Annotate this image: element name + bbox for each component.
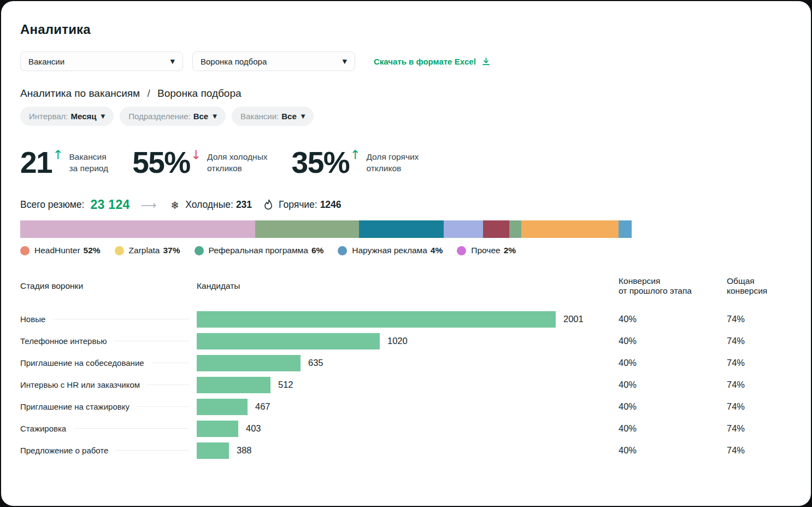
analytics-card: Аналитика Вакансии ▼ Воронка подбора ▼ С… xyxy=(1,1,811,506)
source-segment xyxy=(20,220,255,238)
dataset-select[interactable]: Вакансии ▼ xyxy=(20,51,183,71)
conversion-value: 40% xyxy=(619,445,727,456)
stage-label: Интервью с HR или заказчиком xyxy=(20,380,140,389)
funnel-header: Стадия воронки Кандидаты Конверсияот про… xyxy=(20,276,792,296)
table-row: Интервью с HR или заказчиком 512 40% 74% xyxy=(20,374,792,396)
source-segment xyxy=(521,220,619,238)
legend-label: Наружная реклама xyxy=(352,246,427,255)
header-total-conversion: Общаяконверсия xyxy=(727,276,792,296)
legend-value: 4% xyxy=(431,246,443,255)
page-title: Аналитика xyxy=(20,22,792,37)
chevron-down-icon: ▼ xyxy=(170,58,175,65)
funnel-bar xyxy=(197,442,229,459)
kpi-hot-share-label: Доля горячихоткликов xyxy=(366,151,419,174)
source-segment xyxy=(619,220,632,238)
leader-line xyxy=(151,363,189,363)
kpi-vacancies: 21 ↑ Вакансияза период xyxy=(20,148,108,178)
legend-item: Реферальная программа 6% xyxy=(195,246,324,255)
sources-stacked-bar xyxy=(20,220,632,238)
funnel-table: Стадия воронки Кандидаты Конверсияот про… xyxy=(20,276,792,462)
legend-value: 37% xyxy=(163,246,180,255)
legend-value: 6% xyxy=(311,246,323,255)
total-conversion-value: 74% xyxy=(727,380,792,390)
trend-up-icon: ↑ xyxy=(350,148,360,162)
table-row: Предложение о работе 388 40% 74% xyxy=(20,440,792,462)
filter-interval-label: Интервал: xyxy=(29,112,68,121)
resume-summary: Всего резюме: 23 124 ⟶ ❄ Холодные: 231 Г… xyxy=(20,197,792,212)
total-conversion-value: 74% xyxy=(727,336,792,346)
table-row: Приглашение на собеседование 635 40% 74% xyxy=(20,352,792,374)
breadcrumb: Аналитика по вакансиям / Воронка подбора xyxy=(20,88,792,100)
header-stage: Стадия воронки xyxy=(20,281,197,291)
candidates-value: 388 xyxy=(237,445,252,456)
conversion-value: 40% xyxy=(619,336,727,346)
table-row: Новые 2001 40% 74% xyxy=(20,308,792,330)
filter-department[interactable]: Подразделение: Все ▼ xyxy=(120,107,226,126)
kpi-vacancies-value: 21 xyxy=(20,148,52,178)
leader-line xyxy=(52,319,189,319)
chevron-down-icon: ▼ xyxy=(343,58,347,65)
filter-interval[interactable]: Интервал: Месяц ▼ xyxy=(20,107,114,126)
legend-item: Zarplata 37% xyxy=(115,246,180,255)
stage-label: Стажировка xyxy=(20,424,66,433)
kpi-hot-share: 35% ↑ Доля горячихоткликов xyxy=(292,148,419,178)
flame-icon xyxy=(262,199,275,211)
leader-line xyxy=(137,406,189,407)
breadcrumb-separator: / xyxy=(147,88,150,99)
leader-line xyxy=(147,384,189,385)
candidates-value: 512 xyxy=(278,380,293,390)
candidates-value: 403 xyxy=(246,423,261,434)
trend-up-icon: ↑ xyxy=(52,148,63,162)
table-row: Приглашение на стажировку 467 40% 74% xyxy=(20,396,792,418)
view-select-value: Воронка подбора xyxy=(201,57,267,66)
hot-resumes: Горячие: 1246 xyxy=(262,199,341,211)
total-conversion-value: 74% xyxy=(727,358,792,368)
view-select[interactable]: Воронка подбора ▼ xyxy=(192,51,355,71)
total-conversion-value: 74% xyxy=(727,401,792,412)
header-candidates: Кандидаты xyxy=(197,281,619,291)
resume-total-value: 23 124 xyxy=(90,197,130,212)
table-row: Стажировка 403 40% 74% xyxy=(20,418,792,440)
source-segment xyxy=(359,220,444,238)
chevron-down-icon: ▼ xyxy=(301,113,305,119)
export-excel-button[interactable]: Скачать в формате Excel xyxy=(374,57,491,66)
legend-value: 2% xyxy=(504,246,516,255)
kpi-vacancies-label: Вакансияза период xyxy=(69,151,108,174)
source-segment xyxy=(444,220,483,238)
source-segment xyxy=(255,220,359,238)
legend-dot xyxy=(115,246,124,255)
legend-dot xyxy=(20,246,30,255)
leader-line xyxy=(114,341,189,341)
filter-chips: Интервал: Месяц ▼ Подразделение: Все ▼ В… xyxy=(20,107,792,126)
legend-label: HeadHunter xyxy=(34,246,80,255)
filter-vacancies[interactable]: Вакансии: Все ▼ xyxy=(232,107,314,126)
conversion-value: 40% xyxy=(619,380,727,390)
kpi-hot-share-value: 35% xyxy=(292,148,350,178)
cold-resumes-label: Холодные: xyxy=(185,199,233,211)
legend-dot xyxy=(457,246,466,255)
candidates-value: 1020 xyxy=(387,336,408,346)
kpi-cold-share-value: 55% xyxy=(132,148,190,178)
cold-resumes-value: 231 xyxy=(236,199,252,211)
legend-item: Наружная реклама 4% xyxy=(338,246,443,255)
funnel-bar xyxy=(197,311,556,328)
toolbar: Вакансии ▼ Воронка подбора ▼ Скачать в ф… xyxy=(20,51,792,71)
chevron-down-icon: ▼ xyxy=(101,113,105,119)
legend-label: Реферальная программа xyxy=(209,246,308,255)
legend-item: HeadHunter 52% xyxy=(20,246,101,255)
breadcrumb-parent[interactable]: Аналитика по вакансиям xyxy=(20,88,140,99)
candidates-value: 635 xyxy=(308,358,323,368)
filter-department-value: Все xyxy=(193,112,209,121)
candidates-value: 467 xyxy=(255,401,270,412)
stage-label: Предложение о работе xyxy=(20,446,108,455)
total-conversion-value: 74% xyxy=(727,314,792,324)
stage-label: Новые xyxy=(20,314,45,324)
funnel-rows: Новые 2001 40% 74% Телефонное интервью 1… xyxy=(20,308,792,462)
kpi-cold-share-label: Доля холодныхоткликов xyxy=(207,151,268,174)
stage-label: Приглашение на собеседование xyxy=(20,358,144,368)
download-icon xyxy=(481,57,491,66)
export-excel-label: Скачать в формате Excel xyxy=(374,57,476,66)
source-segment xyxy=(509,220,521,238)
legend-dot xyxy=(195,246,204,255)
filter-vacancies-value: Все xyxy=(281,112,297,121)
